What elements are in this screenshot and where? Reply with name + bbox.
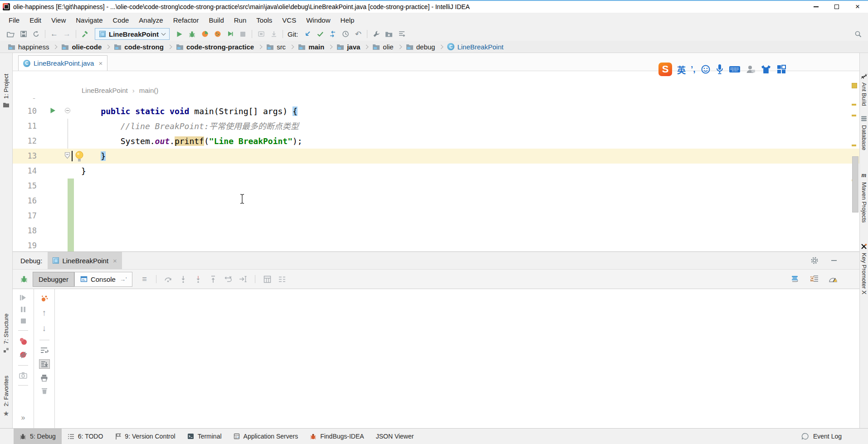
ime-language-toggle[interactable]: 英	[677, 63, 686, 76]
statusbar-todo[interactable]: 6: TODO	[62, 429, 109, 444]
force-step-into-icon[interactable]	[193, 274, 204, 285]
line-number-11[interactable]: 11	[13, 119, 41, 134]
debug-icon[interactable]	[186, 28, 198, 40]
rerun-debug-icon[interactable]	[20, 294, 27, 301]
step-over-icon[interactable]	[163, 274, 174, 285]
profiler-icon[interactable]	[211, 28, 224, 40]
gauge-icon[interactable]	[829, 275, 838, 283]
git-fetch-icon[interactable]	[327, 28, 339, 40]
layout-settings-icon[interactable]	[277, 274, 288, 285]
view-breakpoints-icon[interactable]	[19, 337, 27, 345]
minimize-button[interactable]	[805, 1, 826, 13]
menu-view[interactable]: View	[46, 13, 71, 27]
line-number-16[interactable]: 16	[13, 193, 41, 208]
code-line-12[interactable]: 12 System.out.printf("Line BreakPoint");	[13, 134, 859, 149]
statusbar-terminal[interactable]: Terminal	[181, 429, 228, 444]
tab-close-icon[interactable]: ×	[98, 59, 102, 67]
tab-debugger[interactable]: Debugger	[33, 272, 74, 287]
search-everywhere-icon[interactable]	[852, 28, 864, 40]
code-line-18[interactable]: 18	[13, 223, 859, 238]
gutter-icon-area[interactable]	[41, 223, 68, 238]
git-commit-icon[interactable]	[314, 28, 326, 40]
gutter-icon-area[interactable]	[41, 98, 68, 104]
line-number-10[interactable]: 10	[13, 104, 41, 119]
ime-profile-icon[interactable]	[746, 64, 756, 74]
menu-refactor[interactable]: Refactor	[168, 13, 204, 27]
sync-icon[interactable]	[30, 28, 42, 40]
statusbar-debug[interactable]: 5: Debug	[14, 429, 62, 444]
code-line-10[interactable]: 10 public static void main(String[] args…	[13, 104, 859, 119]
toolwindow-key-promoter[interactable]: Key Promoter X	[860, 243, 868, 294]
run-config-selector[interactable]: LineBreakPoint	[95, 28, 170, 40]
more-actions-icon[interactable]: »	[21, 414, 25, 422]
statusbar-event-log[interactable]: Event Log	[801, 433, 868, 440]
code-line-16[interactable]: 16	[13, 193, 859, 208]
attach-to-process-icon[interactable]	[268, 28, 280, 40]
hide-icon[interactable]	[831, 260, 837, 261]
gutter-icon-area[interactable]	[41, 208, 68, 223]
code-line-19[interactable]: 19	[13, 238, 859, 251]
file-structure-icon[interactable]	[395, 28, 408, 40]
rerun-icon[interactable]	[224, 28, 236, 40]
crumb-src[interactable]: src	[265, 43, 287, 51]
update-running-app-icon[interactable]	[255, 28, 267, 40]
editor-scrollbar-thumb[interactable]	[852, 156, 858, 212]
code-line-15[interactable]: 15	[13, 179, 859, 193]
crumb-main[interactable]: main	[297, 43, 326, 51]
gutter-icon-area[interactable]	[41, 119, 68, 134]
stop-icon[interactable]	[237, 28, 249, 40]
menu-tools[interactable]: Tools	[251, 13, 277, 27]
statusbar-findbugs[interactable]: FindBugs-IDEA	[304, 429, 370, 444]
skin-shirt-icon[interactable]	[761, 64, 771, 74]
build-hammer-icon[interactable]	[79, 28, 91, 40]
line-number-12[interactable]: 12	[13, 134, 41, 149]
up-stack-icon[interactable]: ↑	[42, 308, 47, 318]
gutter-icon-area[interactable]	[41, 238, 68, 251]
menu-code[interactable]: Code	[107, 13, 134, 27]
gutter-icon-area[interactable]	[41, 179, 68, 193]
soft-wrap-icon[interactable]	[40, 347, 49, 354]
console-output-area[interactable]	[55, 289, 859, 428]
statusbar-version-control[interactable]: 9: Version Control	[109, 429, 181, 444]
open-icon[interactable]	[5, 28, 17, 40]
toolbox-grid-icon[interactable]	[776, 64, 786, 74]
gutter-icon-area[interactable]	[41, 164, 68, 179]
toolwindow-maven[interactable]: m Maven Projects	[860, 172, 868, 223]
save-icon[interactable]	[17, 28, 29, 40]
rollback-icon[interactable]: ↶	[352, 28, 364, 40]
scroll-to-end-icon[interactable]	[39, 359, 50, 369]
run-to-cursor-icon[interactable]	[238, 274, 249, 285]
fold-end-marker-icon[interactable]	[64, 152, 71, 159]
step-out-icon[interactable]	[208, 274, 219, 285]
forward-icon[interactable]: →	[61, 28, 73, 40]
warning-stripe-mark[interactable]	[852, 115, 856, 116]
warning-stripe-mark[interactable]	[852, 145, 856, 146]
toolwindow-favorites[interactable]: 2: Favorites ★	[0, 376, 12, 418]
history-icon[interactable]	[339, 28, 351, 40]
down-stack-icon[interactable]: ↓	[42, 323, 47, 333]
statusbar-json-viewer[interactable]: JSON Viewer	[370, 429, 420, 444]
ime-punctuation-toggle[interactable]: ’,	[691, 64, 696, 74]
line-number-13[interactable]: 13	[13, 149, 41, 164]
clear-all-icon[interactable]	[41, 387, 48, 394]
crumb-java[interactable]: java	[335, 43, 361, 51]
breadcrumb-method[interactable]: main()	[139, 87, 159, 94]
git-update-icon[interactable]	[301, 28, 313, 40]
gutter-icon-area[interactable]	[41, 193, 68, 208]
evaluate-expression-icon[interactable]	[262, 274, 273, 285]
microphone-icon[interactable]	[716, 64, 724, 75]
menu-help[interactable]: Help	[336, 13, 360, 27]
breadcrumb-class[interactable]: LineBreakPoint	[82, 87, 128, 94]
toolwindow-database[interactable]: Database	[860, 116, 868, 150]
crumb-code-strong-practice[interactable]: code-strong-practice	[175, 43, 255, 51]
run-with-coverage-icon[interactable]	[199, 28, 211, 40]
wrench-settings-icon[interactable]	[370, 28, 382, 40]
tab-console[interactable]: Console →'	[74, 272, 133, 287]
warning-stripe-mark[interactable]	[852, 104, 856, 106]
line-number-19[interactable]: 19	[13, 238, 41, 251]
menu-window[interactable]: Window	[301, 13, 335, 27]
gutter-icon-area[interactable]	[41, 134, 68, 149]
menu-analyze[interactable]: Analyze	[134, 13, 168, 27]
tab-linebreakpoint-java[interactable]: C LineBreakPoint.java ×	[18, 55, 107, 71]
thread-dump-camera-icon[interactable]	[19, 372, 27, 379]
